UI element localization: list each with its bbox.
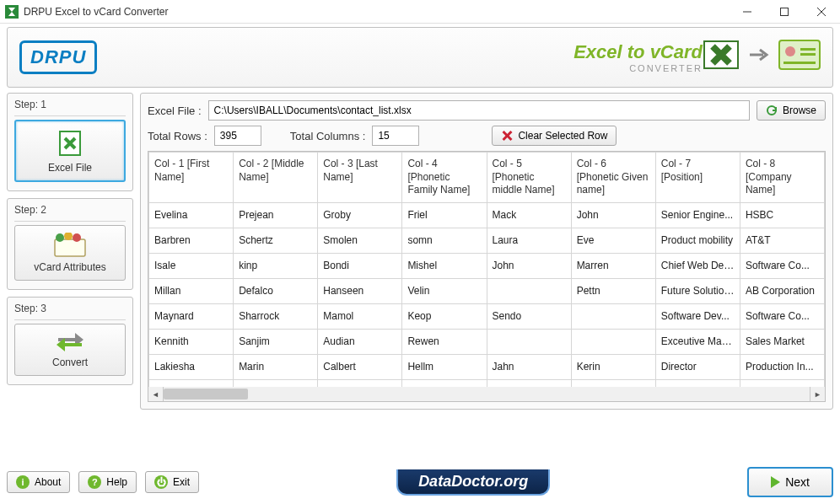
total-rows-label: Total Rows : (148, 130, 207, 142)
next-button[interactable]: Next (747, 467, 833, 497)
about-button[interactable]: i About (7, 471, 70, 493)
table-cell[interactable] (571, 329, 655, 354)
column-header[interactable]: Col - 5 [Phonetic middle Name] (487, 153, 571, 203)
table-cell[interactable]: Evelina (149, 202, 234, 228)
table-cell[interactable]: Hellm (402, 354, 487, 379)
brand-logo: DRPU (19, 40, 97, 74)
scroll-left-button[interactable]: ◄ (148, 387, 163, 401)
table-cell[interactable]: Kennith (149, 329, 234, 354)
table-cell[interactable]: Pettn (571, 278, 655, 303)
scroll-thumb[interactable] (164, 389, 248, 399)
excel-icon (701, 35, 741, 75)
table-row[interactable]: MillanDefalcoHanseenVelinPettnFuture Sol… (149, 278, 825, 303)
table-cell[interactable]: Keop (402, 303, 487, 329)
clear-selected-row-button[interactable]: Clear Selected Row (492, 126, 617, 146)
table-cell[interactable]: John (487, 253, 571, 278)
table-row[interactable]: BarbrenSchertzSmolensomnLauraEveProduct … (149, 228, 825, 253)
table-cell[interactable]: Friel (402, 202, 487, 228)
horizontal-scrollbar[interactable]: ◄ ► (148, 387, 825, 401)
table-cell[interactable]: AT&T (740, 228, 824, 253)
table-cell[interactable]: Calbert (318, 354, 402, 379)
table-row[interactable]: MaynardSharrockMamolKeopSendoSoftware De… (149, 303, 825, 329)
table-cell[interactable]: Smolen (318, 228, 402, 253)
step1-btn-label: Excel File (48, 162, 92, 174)
total-rows-input[interactable] (214, 126, 261, 146)
table-cell[interactable]: Barbren (149, 228, 234, 253)
svg-rect-2 (781, 8, 789, 15)
table-cell[interactable]: Exceutive Man... (655, 329, 740, 354)
table-cell[interactable]: Hanseen (318, 278, 402, 303)
table-cell[interactable]: Lakiesha (149, 354, 234, 379)
column-header[interactable]: Col - 7 [Position] (655, 153, 740, 203)
table-cell[interactable]: Software Co... (740, 253, 824, 278)
table-cell[interactable]: Sales Market (740, 329, 824, 354)
table-cell[interactable]: Software Dev... (655, 303, 740, 329)
table-cell[interactable]: Mack (487, 202, 571, 228)
table-cell[interactable]: Velin (402, 278, 487, 303)
next-label: Next (785, 475, 810, 489)
table-cell[interactable]: Mamol (318, 303, 402, 329)
table-cell[interactable]: Marren (571, 253, 655, 278)
data-table-container: Col - 1 [First Name]Col - 2 [Middle Name… (148, 151, 826, 402)
table-cell[interactable]: Kerin (571, 354, 655, 379)
scroll-right-button[interactable]: ► (810, 387, 825, 401)
excel-file-path-input[interactable] (208, 100, 750, 121)
table-cell[interactable]: Production In... (740, 354, 824, 379)
table-cell[interactable]: Sanjim (234, 329, 318, 354)
table-cell[interactable]: Eve (571, 228, 655, 253)
column-header[interactable]: Col - 4 [Phonetic Family Name] (402, 153, 487, 203)
total-cols-input[interactable] (372, 126, 419, 146)
table-cell[interactable]: Prejean (234, 202, 318, 228)
table-cell[interactable]: Product mobility (655, 228, 740, 253)
table-cell[interactable]: Millan (149, 278, 234, 303)
table-cell[interactable]: John (571, 202, 655, 228)
maximize-button[interactable] (766, 0, 803, 24)
table-cell[interactable]: Bondi (318, 253, 402, 278)
table-cell[interactable]: Future Solutions (655, 278, 740, 303)
table-cell[interactable]: Jahn (487, 354, 571, 379)
table-cell[interactable] (571, 303, 655, 329)
column-header[interactable]: Col - 1 [First Name] (149, 153, 234, 203)
table-cell[interactable]: HSBC (740, 202, 824, 228)
exit-button[interactable]: ⏻ Exit (145, 471, 199, 493)
table-cell[interactable]: Chief Web Des... (655, 253, 740, 278)
step1-excel-file-button[interactable]: Excel File (14, 120, 126, 182)
column-header[interactable]: Col - 3 [Last Name] (318, 153, 402, 203)
help-button[interactable]: ? Help (78, 471, 137, 493)
table-cell[interactable] (487, 329, 571, 354)
titlebar: DRPU Excel to vCard Converter (0, 0, 840, 24)
table-cell[interactable]: Mishel (402, 253, 487, 278)
step3-convert-button[interactable]: Convert (14, 324, 126, 376)
close-button[interactable] (803, 0, 840, 24)
table-cell[interactable]: Software Co... (740, 303, 824, 329)
table-cell[interactable]: Laura (487, 228, 571, 253)
table-row[interactable]: IsalekinpBondiMishelJohnMarrenChief Web … (149, 253, 825, 278)
column-header[interactable]: Col - 8 [Company Name] (740, 153, 824, 203)
table-cell[interactable]: Marin (234, 354, 318, 379)
table-cell[interactable]: Defalco (234, 278, 318, 303)
column-header[interactable]: Col - 6 [Phonetic Given name] (571, 153, 655, 203)
table-cell[interactable]: Groby (318, 202, 402, 228)
table-cell[interactable]: Sharrock (234, 303, 318, 329)
table-cell[interactable]: Audian (318, 329, 402, 354)
table-cell[interactable]: Rewen (402, 329, 487, 354)
minimize-button[interactable] (729, 0, 766, 24)
step2-vcard-attributes-button[interactable]: vCard Attributes (14, 225, 126, 281)
table-cell[interactable]: Sendo (487, 303, 571, 329)
table-row[interactable]: LakieshaMarinCalbertHellmJahnKerinDirect… (149, 354, 825, 379)
table-cell[interactable] (487, 278, 571, 303)
browse-button[interactable]: Browse (757, 100, 826, 121)
table-row[interactable]: EvelinaPrejeanGrobyFrielMackJohnSenior E… (149, 202, 825, 228)
table-cell[interactable]: kinp (234, 253, 318, 278)
table-cell[interactable]: Director (655, 354, 740, 379)
table-cell[interactable]: Schertz (234, 228, 318, 253)
table-cell[interactable]: Senior Engine... (655, 202, 740, 228)
column-header[interactable]: Col - 2 [Middle Name] (234, 153, 318, 203)
data-table[interactable]: Col - 1 [First Name]Col - 2 [Middle Name… (148, 152, 825, 402)
table-cell[interactable]: Maynard (149, 303, 234, 329)
table-cell[interactable]: somn (402, 228, 487, 253)
total-cols-label: Total Columns : (290, 130, 366, 142)
table-row[interactable]: KennithSanjimAudianRewenExceutive Man...… (149, 329, 825, 354)
table-cell[interactable]: Isale (149, 253, 234, 278)
table-cell[interactable]: AB Corporation (740, 278, 824, 303)
